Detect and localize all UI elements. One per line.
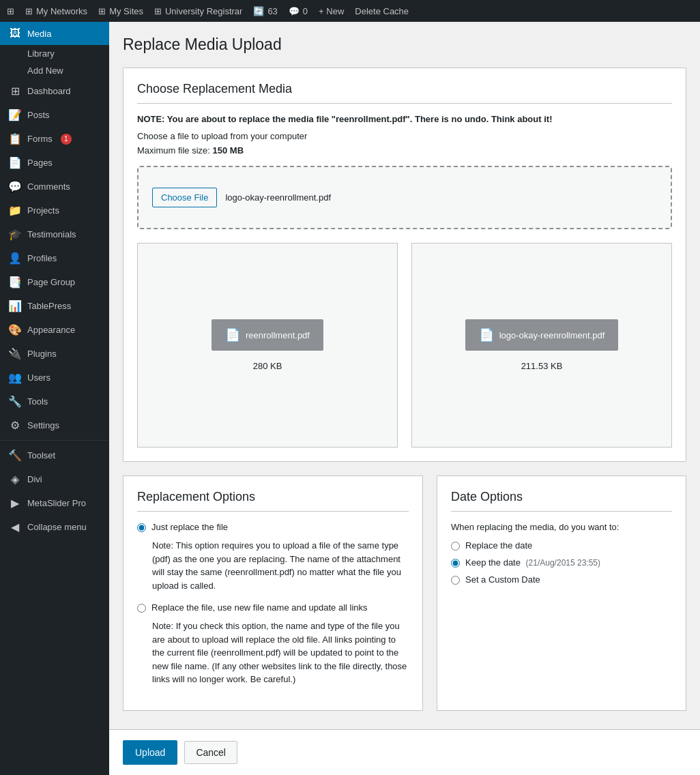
sidebar-subitem-library[interactable]: Library [0,45,109,62]
tablepress-icon: 📊 [8,299,22,312]
pagegroup-icon: 📑 [8,276,22,289]
network-icon: ⊞ [25,6,33,16]
new-file-size: 211.53 KB [521,361,563,371]
replace-note-2: Note: If you check this option, the name… [137,619,409,686]
my-networks-link[interactable]: ⊞ My Networks [25,6,87,16]
cancel-button[interactable]: Cancel [184,741,237,764]
replacement-options-card: Replacement Options Just replace the fil… [123,476,423,711]
posts-icon: 📝 [8,108,22,121]
sidebar-item-comments[interactable]: 💬 Comments [0,175,109,199]
pages-icon: 📄 [8,156,22,169]
university-registrar-link[interactable]: ⊞ University Registrar [154,6,242,16]
dashboard-icon: ⊞ [8,85,22,98]
sidebar-item-collapse[interactable]: ◀ Collapse menu [0,515,109,539]
max-size-text: Maximum file size: 150 MB [137,145,672,156]
tools-icon: 🔧 [8,395,22,408]
new-file-preview: 📄 logo-okay-reenrollment.pdf 211.53 KB [411,243,672,448]
forms-badge: 1 [61,134,72,145]
admin-bar: ⊞ ⊞ My Networks ⊞ My Sites ⊞ University … [0,0,700,22]
media-previews: 📄 reenrollment.pdf 280 KB 📄 logo-okay-re… [137,243,672,448]
plugins-icon: 🔌 [8,347,22,360]
replace-option-1: Just replace the file [137,522,409,532]
sidebar: 🖼 Media Library Add New ⊞ Dashboard 📝 Po… [0,22,109,775]
replace-label-1: Just replace the file [151,522,228,532]
date-radio-1[interactable] [451,542,460,551]
my-sites-link[interactable]: ⊞ My Sites [98,6,143,16]
sidebar-item-tablepress[interactable]: 📊 TablePress [0,294,109,318]
sidebar-item-divi[interactable]: ◈ Divi [0,467,109,491]
registrar-icon: ⊞ [154,6,162,16]
sidebar-item-tools[interactable]: 🔧 Tools [0,390,109,413]
sidebar-item-dashboard[interactable]: ⊞ Dashboard [0,79,109,103]
replace-label-2: Replace the file, use new file name and … [151,602,368,613]
projects-icon: 📁 [8,204,22,217]
sidebar-item-profiles[interactable]: 👤 Profiles [0,246,109,270]
forms-icon: 📋 [8,132,22,145]
sidebar-item-forms[interactable]: 📋 Forms 1 [0,127,109,151]
action-bar: Upload Cancel [109,729,700,775]
original-file-preview: 📄 reenrollment.pdf 280 KB [137,243,398,448]
sidebar-item-projects[interactable]: 📁 Projects [0,199,109,222]
date-radio-3[interactable] [451,576,460,585]
replacement-options-title: Replacement Options [137,490,409,512]
original-file-icon: 📄 reenrollment.pdf [212,319,323,351]
toolset-icon: 🔨 [8,449,22,462]
doc-icon: 📄 [225,327,240,342]
sidebar-item-posts[interactable]: 📝 Posts [0,103,109,127]
choose-replacement-card: Choose Replacement Media NOTE: You are a… [123,68,686,462]
comments-icon: 💬 [289,6,300,16]
sidebar-subitem-addnew[interactable]: Add New [0,62,109,79]
collapse-icon: ◀ [8,521,22,533]
sites-icon: ⊞ [98,6,106,16]
sidebar-item-pages[interactable]: 📄 Pages [0,151,109,175]
replacement-desc: Choose a file to upload from your comput… [137,131,672,141]
upload-button[interactable]: Upload [123,740,177,765]
testimonials-icon: 🎓 [8,228,22,241]
updates-icon: 🔄 [253,6,264,16]
sidebar-item-settings[interactable]: ⚙ Settings [0,413,109,437]
max-size-value: 150 MB [213,145,244,156]
selected-filename: logo-okay-reenrollment.pdf [225,192,331,203]
comments-link[interactable]: 💬 0 [289,6,308,16]
date-label-1: Replace the date [465,540,532,551]
choose-replacement-title: Choose Replacement Media [137,82,672,104]
replace-radio-1[interactable] [137,523,146,532]
profiles-icon: 👤 [8,252,22,265]
sidebar-item-pagegroup[interactable]: 📑 Page Group [0,270,109,294]
comments-icon: 💬 [8,180,22,193]
date-label-3: Set a Custom Date [465,574,540,585]
new-link[interactable]: + New [319,6,344,16]
sidebar-item-metaslider[interactable]: ▶ MetaSlider Pro [0,491,109,515]
replacement-note: NOTE: You are about to replace the media… [137,114,672,124]
settings-icon: ⚙ [8,419,22,432]
sidebar-item-toolset[interactable]: 🔨 Toolset [0,443,109,467]
metaslider-icon: ▶ [8,497,22,510]
upload-area[interactable]: Choose File logo-okay-reenrollment.pdf [137,166,672,229]
sidebar-item-users[interactable]: 👥 Users [0,366,109,390]
date-radio-2[interactable] [451,559,460,568]
wp-icon: ⊞ [7,6,14,16]
date-option-2: Keep the date (21/Aug/2015 23:55) [451,557,672,568]
choose-file-button[interactable]: Choose File [152,188,217,207]
media-icon: 🖼 [8,27,22,40]
sidebar-item-testimonials[interactable]: 🎓 Testimonials [0,222,109,246]
appearance-icon: 🎨 [8,323,22,336]
users-icon: 👥 [8,371,22,384]
updates-link[interactable]: 🔄 63 [253,6,277,16]
date-options-card: Date Options When replacing the media, d… [437,476,686,711]
date-label-2: Keep the date (21/Aug/2015 23:55) [465,557,600,568]
date-option-3: Set a Custom Date [451,574,672,585]
original-file-size: 280 KB [253,361,282,371]
new-file-icon: 📄 logo-okay-reenrollment.pdf [465,319,619,351]
sidebar-item-plugins[interactable]: 🔌 Plugins [0,342,109,366]
bottom-row: Replacement Options Just replace the fil… [123,476,686,711]
sidebar-item-appearance[interactable]: 🎨 Appearance [0,318,109,342]
replace-note-1: Note: This option requires you to upload… [137,539,409,592]
sidebar-item-media[interactable]: 🖼 Media [0,22,109,45]
wp-logo[interactable]: ⊞ [7,6,14,16]
replace-radio-2[interactable] [137,604,146,613]
delete-cache-link[interactable]: Delete Cache [355,6,409,16]
main-content: Replace Media Upload Choose Replacement … [109,22,700,775]
date-value: (21/Aug/2015 23:55) [526,558,600,568]
date-options-title: Date Options [451,490,672,512]
